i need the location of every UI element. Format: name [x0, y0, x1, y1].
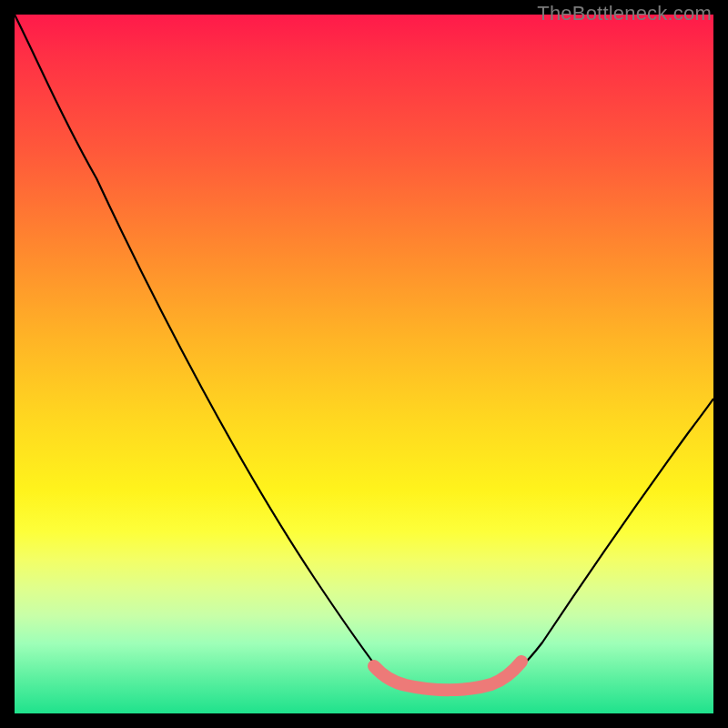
sweet-spot-highlight: [374, 662, 521, 690]
chart-frame: [15, 15, 713, 713]
watermark-text: TheBottleneck.com: [537, 2, 712, 25]
bottleneck-curve: [15, 15, 713, 692]
chart-svg: [15, 15, 713, 713]
